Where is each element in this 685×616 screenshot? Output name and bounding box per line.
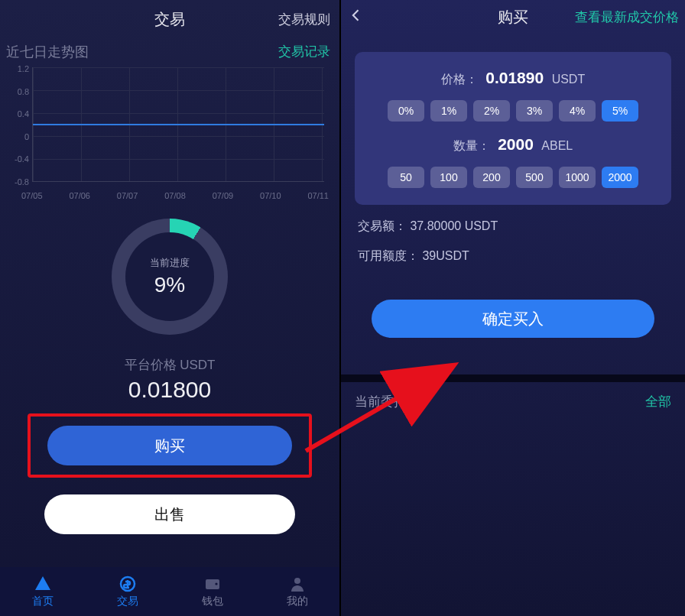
nav-label: 钱包	[202, 595, 223, 608]
y-tick: 0	[6, 132, 29, 141]
x-tick: 07/10	[260, 191, 281, 200]
trade-amount-row: 交易额： 37.80000 USDT	[358, 219, 668, 235]
x-tick: 07/08	[164, 191, 186, 200]
latest-price-link[interactable]: 查看最新成交价格	[575, 8, 679, 26]
sell-button[interactable]: 出售	[44, 494, 295, 534]
y-tick: -0.8	[6, 177, 29, 186]
qty-options: 50 100 200 500 1000 2000	[365, 167, 661, 188]
available-row: 可用额度： 39USDT	[358, 248, 668, 264]
left-header: 交易 交易规则	[0, 0, 339, 38]
y-tick: 0.4	[6, 109, 29, 118]
nav-label: 首页	[32, 595, 54, 608]
nav-mine[interactable]: 我的	[255, 567, 339, 616]
chart-y-axis: 1.2 0.8 0.4 0 -0.4 -0.8	[6, 64, 29, 186]
amount-value: 37.80000 USDT	[410, 219, 498, 232]
confirm-buy-button[interactable]: 确定买入	[372, 300, 654, 338]
qty-unit: ABEL	[541, 139, 573, 152]
seven-day-chart: 1.2 0.8 0.4 0 -0.4 -0.8 07/05 07/06 07/0…	[6, 64, 333, 200]
nav-home[interactable]: 首页	[0, 567, 85, 616]
percent-options: 0% 1% 2% 3% 4% 5%	[365, 100, 661, 122]
amount-label: 交易额：	[358, 219, 407, 232]
y-tick: 1.2	[6, 64, 29, 73]
available-value: 39USDT	[422, 249, 469, 262]
buy-screen: 购买 查看最新成交价格 价格： 0.01890 USDT 0% 1% 2% 3%…	[339, 0, 685, 616]
platform-price-label: 平台价格 USDT	[0, 356, 339, 374]
qty-chip-500[interactable]: 500	[516, 167, 553, 188]
y-tick: 0.8	[6, 87, 29, 96]
qty-label: 数量：	[453, 139, 490, 152]
trade-log-link[interactable]: 交易记录	[278, 43, 330, 61]
percent-chip-3[interactable]: 3%	[516, 100, 553, 122]
x-tick: 07/05	[21, 191, 43, 200]
qty-chip-100[interactable]: 100	[430, 167, 467, 188]
order-card: 价格： 0.01890 USDT 0% 1% 2% 3% 4% 5% 数量： 2…	[355, 52, 671, 205]
progress-donut: 当前进度 9%	[112, 219, 228, 335]
price-row: 价格： 0.01890 USDT	[365, 69, 661, 88]
right-header: 购买 查看最新成交价格	[341, 0, 685, 34]
qty-chip-2000[interactable]: 2000	[602, 167, 638, 188]
right-page-title: 购买	[498, 7, 528, 28]
donut-value: 9%	[150, 273, 190, 297]
buy-highlight-annotation: 购买	[28, 413, 312, 478]
percent-chip-4[interactable]: 4%	[559, 100, 596, 122]
orders-header: 当前委托 全部	[341, 382, 685, 421]
percent-chip-1[interactable]: 1%	[430, 100, 467, 122]
percent-chip-2[interactable]: 2%	[473, 100, 510, 122]
bottom-nav: 首页 交易 钱包 我的	[0, 567, 339, 616]
back-icon[interactable]	[349, 8, 365, 26]
x-tick: 07/07	[117, 191, 138, 200]
price-label: 价格：	[441, 73, 478, 86]
qty-chip-200[interactable]: 200	[473, 167, 510, 188]
platform-price-value: 0.01800	[0, 377, 339, 403]
nav-trade[interactable]: 交易	[85, 567, 170, 616]
chart-plot-area	[32, 67, 324, 182]
home-icon	[34, 575, 52, 593]
percent-chip-0[interactable]: 0%	[388, 100, 424, 122]
price-unit: USDT	[552, 73, 586, 86]
all-orders-link[interactable]: 全部	[645, 393, 671, 410]
qty-value: 2000	[498, 135, 534, 153]
page-title: 交易	[154, 9, 185, 30]
buy-button[interactable]: 购买	[47, 426, 292, 465]
y-tick: -0.4	[6, 154, 29, 164]
trend-header: 近七日走势图 交易记录	[0, 38, 339, 61]
trade-rules-link[interactable]: 交易规则	[278, 11, 330, 28]
trend-title: 近七日走势图	[6, 43, 89, 61]
section-divider	[341, 374, 685, 382]
nav-wallet[interactable]: 钱包	[170, 567, 255, 616]
trade-icon	[118, 575, 137, 593]
price-value: 0.01890	[485, 69, 544, 86]
x-tick: 07/09	[213, 191, 234, 200]
nav-label: 我的	[287, 595, 308, 608]
wallet-icon	[203, 575, 222, 593]
svg-point-2	[215, 582, 217, 585]
x-tick: 07/11	[307, 191, 329, 200]
svg-point-3	[294, 578, 300, 584]
available-label: 可用额度：	[358, 249, 419, 262]
progress-donut-wrap: 当前进度 9%	[0, 219, 339, 335]
current-orders-title: 当前委托	[355, 393, 407, 410]
trade-screen: 交易 交易规则 近七日走势图 交易记录 1.2 0.8 0.4 0 -0.4 -…	[0, 0, 339, 616]
person-icon	[288, 575, 307, 593]
chart-line	[33, 124, 324, 125]
qty-chip-50[interactable]: 50	[388, 167, 424, 188]
donut-label: 当前进度	[150, 256, 190, 270]
x-tick: 07/06	[69, 191, 90, 200]
chart-x-axis: 07/05 07/06 07/07 07/08 07/09 07/10 07/1…	[21, 191, 329, 200]
qty-row: 数量： 2000 ABEL	[365, 135, 661, 154]
percent-chip-5[interactable]: 5%	[602, 100, 638, 122]
qty-chip-1000[interactable]: 1000	[559, 167, 596, 188]
nav-label: 交易	[117, 595, 138, 608]
